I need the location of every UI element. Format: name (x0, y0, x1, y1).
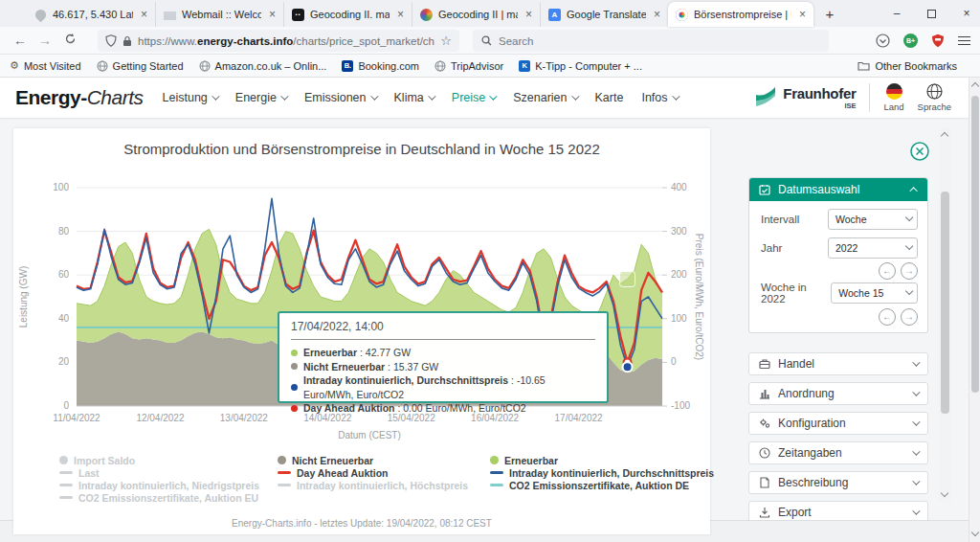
close-window-button[interactable]: × (961, 7, 972, 20)
panel-scrollbar[interactable] (939, 128, 951, 502)
bookmark-ktipp[interactable]: K K-Tipp - Computer + ... (519, 60, 642, 72)
nav-karte[interactable]: Karte (595, 91, 624, 104)
fraunhofer-logo[interactable]: Fraunhofer ISE (754, 85, 856, 110)
accordion-konfiguration[interactable]: Konfiguration (748, 412, 928, 435)
accordion-zeitangaben[interactable]: Zeitangaben (748, 441, 928, 464)
scroll-down-icon[interactable] (941, 489, 948, 497)
svg-text:0: 0 (671, 356, 677, 367)
woche-select[interactable]: Woche 15 (831, 282, 918, 304)
bookmark-star-icon[interactable]: ☆ (440, 34, 452, 48)
bookmark-most-visited[interactable]: ⚙ Most Visited (10, 59, 81, 72)
accordion-label: Export (778, 506, 812, 519)
accordion-beschreibung[interactable]: Beschreibung (748, 471, 928, 494)
country-selector[interactable]: Land (883, 83, 903, 112)
svg-text:12/04/2022: 12/04/2022 (136, 413, 184, 423)
legend-dot-marker (490, 456, 499, 464)
bookmark-booking[interactable]: B. Booking.com (342, 60, 419, 72)
back-button[interactable]: ← (8, 33, 33, 48)
bookmark-getting-started[interactable]: Getting Started (97, 60, 184, 72)
scrollbar-thumb[interactable] (941, 192, 949, 414)
language-selector[interactable]: Sprache (918, 83, 951, 112)
accordion-handel[interactable]: Handel (748, 352, 928, 375)
chart-footer: Energy-Charts.info - letztes Update: 19/… (13, 518, 710, 529)
panel-close-icon[interactable] (909, 141, 930, 162)
tab-close-icon[interactable]: × (523, 8, 534, 21)
svg-text:80: 80 (58, 226, 70, 237)
url-text: https://www.energy-charts.info/charts/pr… (138, 35, 434, 47)
extension-icon-green[interactable]: B+ (903, 34, 918, 48)
adblock-shield-icon[interactable] (931, 34, 945, 48)
mail-favicon (164, 11, 176, 20)
new-tab-button[interactable]: + (819, 4, 840, 25)
menu-icon[interactable] (958, 36, 970, 46)
other-bookmarks[interactable]: Other Bookmarks (858, 60, 957, 72)
woche-next-button[interactable]: → (901, 308, 918, 326)
bookmark-tripadvisor[interactable]: TripAdvisor (434, 60, 503, 72)
reload-button[interactable] (57, 33, 82, 48)
browser-tab-3[interactable]: Geocoding II. maXbox Sta × (283, 2, 412, 27)
briefcase-icon (759, 358, 770, 370)
legend-item[interactable]: CO2 Emissionszertifikate, Auktion EU (59, 491, 259, 504)
bookmark-amazon[interactable]: Amazon.co.uk – Onlin... (199, 60, 327, 72)
url-bar[interactable]: https://www.energy-charts.info/charts/pr… (98, 30, 459, 52)
browser-tab-2[interactable]: Webmail :: Welcome to W × (155, 2, 283, 27)
legend-label: Last (78, 467, 100, 479)
nav-energie[interactable]: Energie (235, 91, 286, 104)
browser-tab-1[interactable]: 46.617, 5.430 Latitude lon × (27, 2, 155, 27)
tab-close-icon[interactable]: × (139, 8, 149, 21)
series-dot-intraday (291, 384, 298, 391)
accordion-label: Beschreibung (778, 476, 848, 489)
chevron-down-icon (912, 388, 920, 395)
nav-szenarien[interactable]: Szenarien (513, 91, 576, 104)
legend-item[interactable]: Import Saldo (59, 454, 259, 466)
jahr-select[interactable]: 2022 (828, 237, 918, 259)
jahr-next-button[interactable]: → (901, 262, 918, 280)
legend-label: Intraday kontinuierlich, Niedrigstpreis (78, 480, 259, 491)
svg-text:Leistung (GW): Leistung (GW) (18, 266, 29, 327)
legend-line-marker (59, 484, 73, 486)
legend-item[interactable]: Intraday kontinuierlich, Niedrigstpreis (59, 479, 259, 491)
scrollbar-thumb[interactable] (971, 96, 979, 393)
maximize-button[interactable] (927, 10, 936, 18)
legend-item[interactable]: Nicht Erneuerbar (278, 454, 468, 466)
intervall-select[interactable]: Woche (828, 209, 918, 230)
tab-close-icon[interactable]: × (267, 8, 278, 21)
legend-label: Nicht Erneuerbar (292, 455, 373, 466)
scroll-up-icon[interactable] (941, 132, 948, 140)
tab-close-icon[interactable]: × (395, 8, 406, 21)
browser-tab-active[interactable]: Börsenstrompreise | Energ × (668, 2, 813, 27)
accordion-anordnung[interactable]: Anordnung (748, 382, 928, 405)
legend-item[interactable]: Intraday kontinuierlich, Höchstpreis (278, 479, 468, 491)
series-dot-nicht-erneuerbar (291, 363, 298, 370)
datumsauswahl-header[interactable]: Datumsauswahl (749, 178, 927, 201)
legend-item[interactable]: Erneuerbar (490, 454, 714, 466)
nav-preise[interactable]: Preise (452, 91, 495, 104)
browser-scrollbar[interactable] (969, 78, 980, 542)
legend-label: Intraday kontinuierlich, Durchschnittspr… (509, 467, 714, 479)
jahr-prev-button[interactable]: ← (879, 262, 896, 280)
woche-label: Woche in 2022 (761, 282, 831, 305)
maxbox-color-favicon (420, 9, 433, 21)
legend-item[interactable]: Intraday kontinuierlich, Durchschnittspr… (490, 466, 714, 479)
scroll-up-icon[interactable] (971, 82, 979, 90)
nav-emissionen[interactable]: Emissionen (304, 91, 376, 104)
energy-charts-logo[interactable]: Energy-Charts (15, 86, 144, 109)
legend-item[interactable]: Last (59, 466, 259, 479)
accordion-label: Anordnung (778, 387, 835, 400)
legend-item[interactable]: Day Ahead Auktion (278, 466, 468, 479)
reload-icon (64, 33, 77, 45)
minimize-button[interactable]: – (891, 7, 902, 20)
scroll-down-icon[interactable] (971, 529, 979, 536)
pocket-icon[interactable] (876, 34, 890, 48)
nav-infos[interactable]: Infos (641, 91, 677, 104)
nav-klima[interactable]: Klima (394, 91, 434, 104)
legend-item[interactable]: CO2 Emissionszertifikate, Auktion DE (490, 479, 714, 491)
nav-leistung[interactable]: Leistung (163, 91, 217, 104)
search-input[interactable]: Search (473, 30, 829, 52)
browser-tab-4[interactable]: Geocoding II | maXbox × (412, 2, 540, 27)
tab-close-icon[interactable]: × (652, 8, 662, 21)
tab-close-icon[interactable]: × (797, 8, 808, 21)
forward-button[interactable]: → (33, 33, 57, 48)
browser-tab-5[interactable]: A Google Translate × (540, 2, 668, 27)
woche-prev-button[interactable]: ← (879, 308, 896, 326)
